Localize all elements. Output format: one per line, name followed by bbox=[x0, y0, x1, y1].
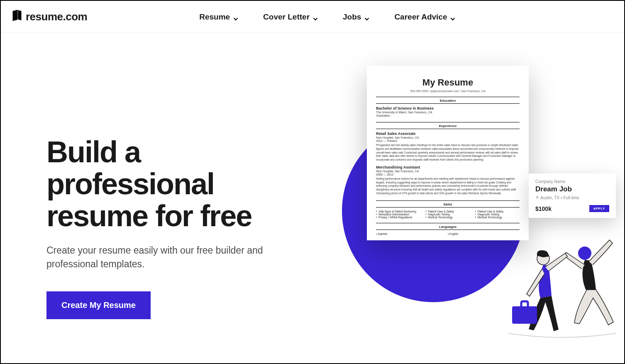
skills-col: Patient Care & Safety Diagnostic Testing… bbox=[425, 210, 470, 219]
job-dates: 2012 — Present bbox=[376, 139, 520, 142]
skill: Medication Administration bbox=[376, 213, 420, 216]
skill: Patient Care & Safety bbox=[425, 210, 470, 213]
skill: Patient Care & Safety bbox=[475, 210, 520, 213]
job-card: Company Name Dream Job Austin, TX • Full… bbox=[529, 173, 616, 218]
nav-label: Resume bbox=[199, 12, 230, 22]
job-title: Merchandising Assistant bbox=[376, 165, 520, 169]
job-title: Dream Job bbox=[535, 185, 609, 193]
divider bbox=[376, 122, 520, 122]
main-nav: Resume Cover Letter Jobs Career Advice bbox=[199, 12, 455, 22]
nav-label: Cover Letter bbox=[263, 12, 310, 22]
skill: Medical Terminology bbox=[475, 216, 520, 219]
skills-columns: Vital Signs & Patient Monitoring Medicat… bbox=[376, 210, 520, 219]
nav-label: Jobs bbox=[343, 12, 361, 22]
resume-title: My Resume bbox=[376, 77, 520, 88]
apply-button[interactable]: APPLY bbox=[589, 205, 609, 212]
chevron-down-icon bbox=[313, 15, 318, 20]
skill: Diagnostic Testing bbox=[475, 213, 520, 216]
job-meta: Austin, TX • Full-time bbox=[535, 195, 609, 200]
people-highfive-illustration bbox=[504, 227, 620, 344]
job-body: Setting performance metrics for all depa… bbox=[376, 177, 520, 195]
chevron-down-icon bbox=[364, 15, 369, 20]
nav-cover-letter[interactable]: Cover Letter bbox=[263, 12, 318, 22]
job-company: Nice Hospital, San Francisco, CA bbox=[376, 136, 520, 139]
create-resume-button[interactable]: Create My Resume bbox=[46, 291, 151, 319]
language: English bbox=[448, 232, 458, 235]
resume-contact: 555-555-5555 / ja@somedomain.com / San F… bbox=[376, 90, 520, 93]
logo-text: resume.com bbox=[26, 10, 87, 23]
divider bbox=[376, 103, 520, 104]
logo-icon bbox=[11, 9, 23, 24]
svg-point-0 bbox=[578, 247, 591, 260]
divider bbox=[376, 200, 520, 201]
divider bbox=[376, 129, 520, 129]
divider bbox=[376, 207, 520, 208]
skills-col: Vital Signs & Patient Monitoring Medicat… bbox=[376, 210, 420, 219]
skill: Vital Signs & Patient Monitoring bbox=[376, 210, 420, 213]
job-location: Austin, TX bbox=[540, 195, 559, 200]
hero-section: Build a professional resume for free Cre… bbox=[46, 61, 312, 362]
chevron-down-icon bbox=[233, 15, 238, 20]
skill: Medical Terminology bbox=[425, 216, 470, 219]
hero-headline: Build a professional resume for free bbox=[46, 136, 312, 232]
nav-jobs[interactable]: Jobs bbox=[343, 12, 369, 22]
dot-separator: • bbox=[561, 195, 562, 200]
hero-subtext: Create your resume easily with our free … bbox=[46, 244, 279, 271]
language: Spanish bbox=[376, 232, 388, 235]
site-logo[interactable]: resume.com bbox=[11, 9, 87, 24]
svg-rect-2 bbox=[512, 306, 537, 324]
section-languages-label: Languages bbox=[376, 225, 520, 229]
skills-col: Patient Care & Safety Diagnostic Testing… bbox=[475, 210, 520, 219]
skill: Privacy / HIPAA Regulations bbox=[376, 216, 420, 219]
resume-preview-card: My Resume 555-555-5555 / ja@somedomain.c… bbox=[367, 66, 529, 240]
job-company-label: Company Name bbox=[535, 179, 609, 184]
education-school: The University of Miami, San Francisco, … bbox=[376, 111, 520, 114]
job-dates: 2008 — 2012 bbox=[376, 173, 520, 176]
job-title: Retail Sales Associate bbox=[376, 132, 520, 136]
job-type: Full-time bbox=[563, 195, 579, 200]
divider bbox=[376, 97, 520, 97]
section-skills-label: Skills bbox=[376, 203, 520, 206]
chevron-down-icon bbox=[450, 15, 455, 20]
pin-icon bbox=[535, 195, 539, 200]
skill: Diagnostic Testing bbox=[425, 213, 470, 216]
languages-row: Spanish English bbox=[376, 232, 520, 235]
nav-career-advice[interactable]: Career Advice bbox=[394, 12, 455, 22]
nav-resume[interactable]: Resume bbox=[199, 12, 238, 22]
section-experience-label: Experience bbox=[376, 124, 520, 128]
job-company: Nice Hospital, San Francisco, CA bbox=[376, 170, 520, 173]
job-salary: $100k bbox=[535, 205, 552, 212]
hero-visual: My Resume 555-555-5555 / ja@somedomain.c… bbox=[359, 66, 612, 340]
education-degree: Bachelor of Science in Business bbox=[376, 106, 520, 110]
section-education-label: Education bbox=[376, 99, 520, 103]
site-header: resume.com Resume Cover Letter Jobs Care… bbox=[1, 1, 624, 32]
nav-label: Career Advice bbox=[394, 12, 447, 22]
divider bbox=[376, 223, 520, 223]
education-grad: Graduated - bbox=[376, 114, 520, 117]
job-body: POrganized and led weekly sales meetings… bbox=[376, 144, 520, 162]
divider bbox=[376, 230, 520, 230]
